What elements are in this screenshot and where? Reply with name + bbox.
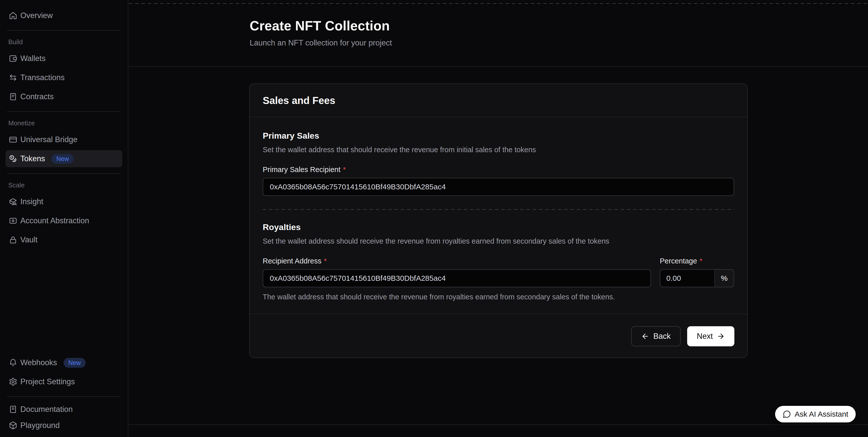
sidebar: Overview Build Wallets Transactions Cont… xyxy=(0,0,128,437)
new-badge: New xyxy=(64,358,86,368)
required-asterisk: * xyxy=(700,257,702,265)
royalty-recipient-input[interactable] xyxy=(263,269,651,287)
box-3d-icon xyxy=(9,421,17,430)
primary-sales-description: Set the wallet address that should recei… xyxy=(263,146,734,154)
sidebar-divider xyxy=(7,30,121,31)
primary-sales-section: Primary Sales Set the wallet address tha… xyxy=(250,117,747,210)
sidebar-item-label: Overview xyxy=(20,11,53,20)
required-asterisk: * xyxy=(324,257,327,265)
sidebar-item-label: Vault xyxy=(20,235,37,244)
back-button-label: Back xyxy=(653,332,671,341)
sidebar-divider xyxy=(7,111,121,112)
sidebar-item-transactions[interactable]: Transactions xyxy=(5,69,122,86)
sidebar-divider xyxy=(7,173,121,174)
ask-ai-assistant-label: Ask AI Assistant xyxy=(795,410,848,418)
sidebar-item-playground[interactable]: Playground xyxy=(5,420,122,437)
royalty-recipient-label: Recipient Address * xyxy=(263,257,651,265)
arrow-right-icon xyxy=(717,332,725,340)
sidebar-item-account-abstraction[interactable]: Account Abstraction xyxy=(5,212,122,229)
sidebar-item-universal-bridge[interactable]: Universal Bridge xyxy=(5,131,122,148)
page-subtitle: Launch an NFT collection for your projec… xyxy=(250,38,868,48)
royalties-section: Royalties Set the wallet address should … xyxy=(250,210,747,314)
sidebar-spacer xyxy=(0,248,128,354)
sidebar-item-project-settings[interactable]: Project Settings xyxy=(5,373,122,390)
chat-bubble-icon xyxy=(783,410,791,418)
sidebar-item-overview[interactable]: Overview xyxy=(5,7,122,24)
required-asterisk: * xyxy=(343,165,346,174)
royalties-description: Set the wallet address should receive th… xyxy=(263,237,734,245)
royalties-fields-row: Recipient Address * Percentage * % xyxy=(263,245,734,287)
credit-card-icon xyxy=(9,135,17,144)
sidebar-item-label: Playground xyxy=(20,421,60,430)
sidebar-item-label: Account Abstraction xyxy=(20,216,89,225)
page-title: Create NFT Collection xyxy=(250,18,868,33)
sidebar-item-label: Transactions xyxy=(20,73,65,82)
back-button[interactable]: Back xyxy=(631,326,681,346)
royalties-helper-text: The wallet address that should receive t… xyxy=(263,293,734,314)
percent-suffix: % xyxy=(714,269,734,287)
app-root: Overview Build Wallets Transactions Cont… xyxy=(0,0,868,437)
sidebar-item-documentation[interactable]: Documentation xyxy=(5,401,122,418)
sidebar-item-label: Tokens xyxy=(20,154,45,163)
arrow-left-icon xyxy=(641,332,649,340)
royalty-recipient-field: Recipient Address * xyxy=(263,245,651,287)
sidebar-divider xyxy=(7,396,121,397)
content-bottom-border xyxy=(129,425,868,425)
royalty-percentage-field: Percentage * % xyxy=(660,245,734,287)
royalty-percentage-input[interactable] xyxy=(660,269,714,287)
sidebar-section-scale: Scale xyxy=(8,181,122,189)
wallet-card-icon xyxy=(9,217,17,225)
coins-icon xyxy=(9,154,17,163)
primary-sales-recipient-input[interactable] xyxy=(263,178,734,196)
new-badge: New xyxy=(52,154,73,164)
next-button-label: Next xyxy=(697,332,713,341)
wallet-icon xyxy=(9,54,17,63)
royalties-heading: Royalties xyxy=(263,222,734,232)
lock-icon xyxy=(9,236,17,244)
royalty-percentage-label: Percentage * xyxy=(660,257,734,265)
sidebar-section-monetize: Monetize xyxy=(8,119,122,127)
sidebar-item-label: Documentation xyxy=(20,405,73,414)
sidebar-item-label: Webhooks xyxy=(20,358,57,367)
gear-icon xyxy=(9,377,17,386)
sidebar-item-contracts[interactable]: Contracts xyxy=(5,88,122,105)
ask-ai-assistant-button[interactable]: Ask AI Assistant xyxy=(775,406,856,423)
card-footer: Back Next xyxy=(250,314,747,357)
sidebar-item-label: Project Settings xyxy=(20,377,75,386)
house-icon xyxy=(9,11,17,20)
document-icon xyxy=(9,92,17,101)
book-icon xyxy=(9,405,17,414)
sidebar-item-label: Wallets xyxy=(20,54,45,63)
sidebar-item-label: Contracts xyxy=(20,92,54,101)
card-title: Sales and Fees xyxy=(263,95,734,106)
sidebar-item-webhooks[interactable]: Webhooks New xyxy=(5,354,122,371)
main-content: Create NFT Collection Launch an NFT coll… xyxy=(129,0,868,437)
sidebar-item-tokens[interactable]: Tokens New xyxy=(5,150,122,167)
sidebar-item-vault[interactable]: Vault xyxy=(5,231,122,248)
sidebar-item-label: Insight xyxy=(20,197,43,206)
sidebar-section-build: Build xyxy=(8,38,122,46)
sidebar-item-insight[interactable]: Insight xyxy=(5,193,122,210)
bell-icon xyxy=(9,358,17,367)
sales-and-fees-card: Sales and Fees Primary Sales Set the wal… xyxy=(249,83,748,358)
primary-sales-heading: Primary Sales xyxy=(263,131,734,141)
next-button[interactable]: Next xyxy=(687,326,734,346)
page-header: Create NFT Collection Launch an NFT coll… xyxy=(129,0,868,67)
card-header: Sales and Fees xyxy=(250,84,747,117)
primary-sales-recipient-label: Primary Sales Recipient * xyxy=(263,165,734,174)
package-search-icon xyxy=(9,197,17,206)
sidebar-item-wallets[interactable]: Wallets xyxy=(5,50,122,67)
percentage-input-group: % xyxy=(660,269,734,287)
sidebar-item-label: Universal Bridge xyxy=(20,135,78,144)
arrows-left-right-icon xyxy=(9,73,17,82)
